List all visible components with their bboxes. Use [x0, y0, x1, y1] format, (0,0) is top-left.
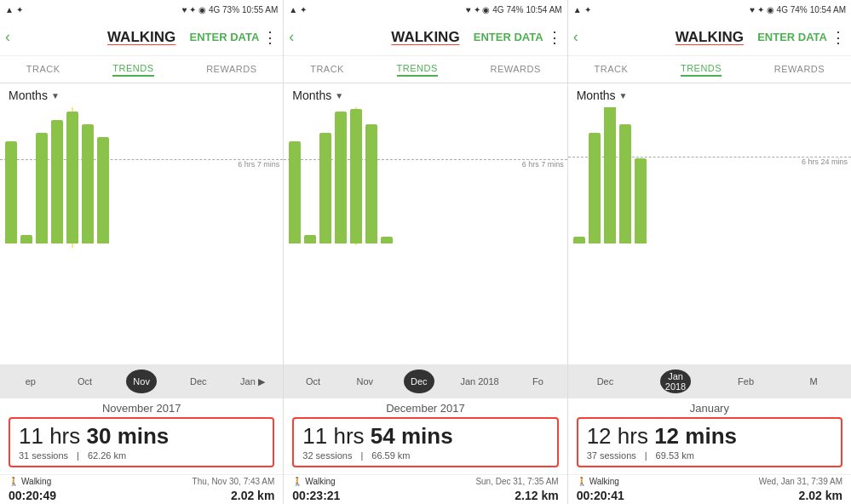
- bar-col-4[interactable]: [350, 109, 362, 243]
- stats-section: December 201711 hrs 54 mins 32 sessions …: [284, 398, 566, 474]
- bar-col-3[interactable]: [51, 120, 63, 243]
- stats-sessions: 31 sessions: [19, 450, 68, 461]
- last-activity: 🚶 Walking: [9, 477, 51, 486]
- tab-rewards[interactable]: REWARDS: [206, 64, 256, 76]
- bar-6: [381, 237, 393, 243]
- timeline-item-2[interactable]: Dec: [404, 369, 434, 393]
- timeline-item-3[interactable]: Jan 2018: [460, 376, 498, 387]
- bar-2: [319, 133, 331, 243]
- bar-col-1[interactable]: [304, 235, 316, 243]
- timeline-item-2[interactable]: Nov: [126, 369, 157, 393]
- stats-km: 69.53 km: [656, 450, 694, 461]
- header-title: WALKING: [391, 29, 459, 46]
- bar-col-4[interactable]: [66, 112, 78, 243]
- last-activity: 🚶 Walking: [292, 477, 335, 486]
- enter-data-button[interactable]: ENTER DATA: [757, 31, 827, 43]
- tabs: TRACKTRENDSREWARDS: [284, 56, 566, 83]
- months-selector[interactable]: Months ▼: [284, 83, 566, 107]
- bar-3: [335, 112, 347, 243]
- bar-6: [97, 137, 109, 243]
- status-signal-icon: ▲: [573, 5, 582, 14]
- timeline-item-0[interactable]: ep: [18, 376, 43, 387]
- status-bt-icon: ✦: [16, 5, 23, 14]
- months-selector[interactable]: Months ▼: [0, 83, 283, 107]
- enter-data-button[interactable]: ENTER DATA: [189, 31, 259, 43]
- more-button[interactable]: ⋮: [547, 28, 562, 47]
- status-signal-icon: ▲: [5, 5, 14, 14]
- timeline-item-3[interactable]: M: [801, 376, 826, 387]
- stats-time: 11 hrs 54 mins: [302, 424, 548, 449]
- timeline: DecJan 2018FebM: [568, 364, 851, 398]
- bar-col-1[interactable]: [20, 235, 32, 243]
- timeline-item-3[interactable]: Dec: [186, 376, 211, 387]
- avg-label: 6 hrs 7 mins: [522, 160, 564, 169]
- chart-area: Months ▼ 6 hrs 7 mins OctNovDecJan 2018F…: [284, 83, 566, 398]
- tab-track[interactable]: TRACK: [310, 64, 344, 76]
- bar-col-6[interactable]: [381, 237, 393, 243]
- bar-col-5[interactable]: [82, 124, 94, 243]
- stats-sessions: 37 sessions: [587, 450, 636, 461]
- status-time: 10:55 AM: [242, 5, 278, 14]
- bar-chart: 6 hrs 24 mins: [568, 107, 851, 364]
- timeline-item-4[interactable]: Jan ▶: [239, 376, 265, 387]
- back-button[interactable]: ‹: [5, 28, 10, 46]
- status-left: ▲ ✦: [289, 5, 307, 14]
- bar-col-0[interactable]: [5, 141, 17, 243]
- bar-col-6[interactable]: [97, 137, 109, 243]
- tab-rewards[interactable]: REWARDS: [774, 64, 825, 76]
- tab-trends[interactable]: TRENDS: [681, 63, 722, 77]
- last-entry-bottom: 00:23:21 2.12 km: [284, 488, 566, 504]
- enter-data-button[interactable]: ENTER DATA: [474, 31, 543, 43]
- avg-label: 6 hrs 7 mins: [238, 160, 279, 169]
- timeline-item-0[interactable]: Dec: [592, 376, 618, 387]
- tab-trends[interactable]: TRENDS: [397, 63, 438, 77]
- bar-2: [36, 133, 48, 243]
- status-left: ▲ ✦: [5, 5, 23, 14]
- bar-col-1[interactable]: [589, 133, 601, 243]
- more-button[interactable]: ⋮: [262, 28, 278, 47]
- walk-icon: 🚶: [577, 477, 587, 486]
- bar-3: [619, 124, 631, 243]
- bar-col-3[interactable]: [619, 124, 631, 243]
- bar-col-3[interactable]: [335, 112, 347, 243]
- bar-5: [82, 124, 94, 243]
- bar-chart: 6 hrs 7 mins: [284, 107, 566, 364]
- tab-rewards[interactable]: REWARDS: [490, 64, 540, 76]
- timeline-item-1[interactable]: Oct: [72, 376, 97, 387]
- timeline-item-1[interactable]: Jan 2018: [660, 369, 691, 393]
- timeline-item-0[interactable]: Oct: [301, 376, 326, 387]
- stats-km: 66.59 km: [371, 450, 410, 461]
- timeline-item-1[interactable]: Nov: [352, 376, 377, 387]
- stats-month: January: [577, 402, 842, 415]
- bar-col-2[interactable]: [604, 107, 616, 243]
- bar-col-5[interactable]: [365, 124, 377, 243]
- tab-track[interactable]: TRACK: [594, 64, 628, 76]
- stats-divider: |: [645, 450, 647, 461]
- back-button[interactable]: ‹: [573, 28, 578, 46]
- last-duration: 00:20:49: [9, 489, 56, 502]
- bar-4: [635, 158, 647, 243]
- timeline: OctNovDecJan 2018Fo: [284, 364, 566, 398]
- timeline-item-2[interactable]: Feb: [733, 376, 759, 387]
- bar-col-4[interactable]: [635, 158, 647, 243]
- bar-2: [604, 107, 616, 243]
- more-button[interactable]: ⋮: [831, 28, 846, 47]
- bar-col-0[interactable]: [573, 237, 585, 243]
- bar-col-0[interactable]: [289, 141, 301, 243]
- status-bt-icon: ✦: [584, 5, 591, 14]
- last-duration: 00:23:21: [292, 489, 340, 502]
- last-entry-bottom: 00:20:49 2.02 km: [0, 488, 283, 504]
- status-left: ▲ ✦: [573, 5, 591, 14]
- back-button[interactable]: ‹: [289, 28, 294, 46]
- tab-trends[interactable]: TRENDS: [112, 63, 153, 77]
- timeline-item-4[interactable]: Fo: [525, 376, 550, 387]
- months-selector[interactable]: Months ▼: [568, 83, 851, 107]
- bar-col-2[interactable]: [36, 133, 48, 243]
- months-dropdown-icon: ▼: [335, 91, 343, 100]
- last-duration: 00:20:41: [577, 489, 624, 502]
- months-label: Months: [9, 89, 48, 102]
- panel-1: ▲ ✦ ♥ ✦ ◉ 4G 73% 10:55 AM ‹ WALKING ENTE…: [0, 0, 284, 504]
- tab-track[interactable]: TRACK: [26, 64, 60, 76]
- activity-label: Walking: [305, 477, 335, 486]
- bar-col-2[interactable]: [319, 133, 331, 243]
